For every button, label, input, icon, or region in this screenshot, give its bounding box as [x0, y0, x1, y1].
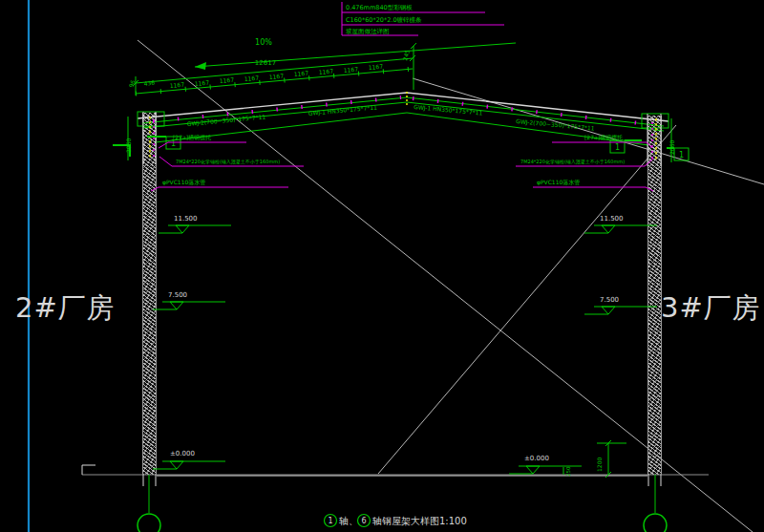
diagonal-construction-lines — [138, 40, 764, 532]
building-labels: 2#厂房 3#厂房 — [15, 291, 761, 324]
elevation-0000-left: ±0.000 — [170, 450, 195, 458]
dim-1167: 1167 — [293, 70, 308, 77]
note-roof-panel: 0.476mm840型彩钢板 — [346, 4, 413, 11]
section-mark-1: 1 — [171, 139, 176, 148]
top-notes: 0.476mm840型彩钢板 C160*60*20*2.0镀锌檩条 坡屋面做法详… — [342, 2, 504, 35]
dim-1167: 1167 — [343, 66, 358, 74]
beam-gwj1-left: GWJ-1 HN350*175*7*11 — [308, 103, 377, 117]
note-purlin: C160*60*20*2.0镀锌檩条 — [346, 16, 422, 24]
left-callouts: [27a]槽钢檩托 7M24*220化学锚栓(锚入混凝土不小于160mm) φP… — [151, 134, 304, 191]
elevation-0000-right: ±0.000 — [524, 455, 549, 462]
section-mark-1: 1 — [679, 151, 684, 160]
callout-purlin-bracket-right: [27a]槽钢檩托 — [584, 134, 623, 141]
dim-250: 250 — [565, 466, 571, 477]
dim-1167: 1167 — [318, 68, 333, 75]
drawing-title: 1 轴、 6 轴钢屋架大样图1:100 — [325, 515, 467, 527]
dim-1167: 1167 — [194, 79, 209, 87]
callout-anchor-right: 7M24*220化学锚栓(锚入混凝土不小于160mm) — [520, 159, 625, 165]
title-axis-b: 6 — [361, 517, 366, 525]
title-text: 轴钢屋架大样图1:100 — [371, 516, 467, 526]
building-label-left: 2#厂房 — [15, 291, 116, 324]
dim-245: 245 — [401, 49, 411, 61]
elevation-11500-right: 11.500 — [600, 215, 624, 223]
note-ridge: 坡屋面做法详图 — [345, 28, 390, 35]
callout-purlin-bracket-left: [27a]槽钢檩托 — [173, 134, 211, 141]
dim-1200: 1200 — [596, 458, 603, 472]
dim-total: 12617 — [255, 59, 276, 67]
title-separator: 轴、 — [338, 516, 358, 526]
cad-drawing-viewport: 10% 12617 96 436 1167 1167 1167 1167 116… — [0, 0, 764, 532]
dim-1167: 1167 — [169, 81, 184, 89]
right-callouts: [27a]槽钢檩托 7M24*220化学锚栓(锚入混凝土不小于160mm) φP… — [516, 134, 653, 191]
left-gutter-detail — [128, 112, 164, 164]
dim-1167: 1167 — [368, 63, 383, 71]
section-mark-1: 1 — [615, 143, 620, 152]
callout-downpipe-right: φPVC110落水管 — [537, 179, 580, 186]
dim-436: 436 — [143, 78, 155, 87]
beam-gwj2-right: GWJ-2(700~350)*175*7*11 — [516, 117, 595, 133]
building-label-right: 3#厂房 — [661, 291, 761, 324]
title-axis-a: 1 — [328, 517, 332, 525]
elevation-11500-left: 11.500 — [174, 215, 198, 223]
base-dimensions: 1200 250 — [563, 440, 626, 478]
dim-96: 96 — [127, 79, 136, 89]
dim-1167: 1167 — [268, 73, 284, 80]
callout-anchor-left: 7M24*220化学锚栓(锚入混凝土不小于160mm) — [176, 159, 280, 165]
callout-downpipe-left: φPVC110落水管 — [162, 179, 205, 186]
drawing-linework: 10% 12617 96 436 1167 1167 1167 1167 116… — [0, 0, 764, 532]
dim-1167: 1167 — [219, 76, 234, 84]
slope-label: 10% — [255, 38, 272, 47]
dim-1167: 1167 — [244, 74, 259, 82]
elevation-7500-left: 7.500 — [168, 291, 187, 299]
elevation-7500-right: 7.500 — [600, 296, 619, 304]
